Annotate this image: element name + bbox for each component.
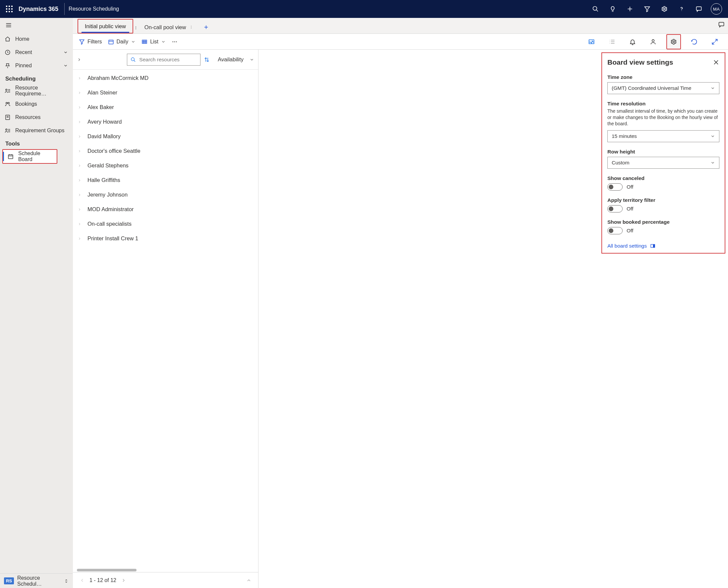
sidebar-item-label: Bookings: [15, 101, 37, 107]
person-icon: [650, 39, 657, 45]
settings-button[interactable]: [656, 0, 673, 18]
module-name[interactable]: Resource Scheduling: [69, 6, 119, 12]
resource-row[interactable]: On-call specialists: [73, 217, 258, 231]
show-canceled-toggle[interactable]: [607, 183, 623, 191]
resource-row[interactable]: Avery Howard: [73, 115, 258, 129]
time-resolution-field: Time resolution The smallest interval of…: [607, 101, 720, 142]
chevron-right-icon: [78, 105, 82, 109]
resource-row[interactable]: Alan Steiner: [73, 85, 258, 100]
sidebar-item-resources[interactable]: Resources: [0, 111, 72, 124]
svg-point-66: [652, 39, 655, 42]
pager-prev[interactable]: [77, 575, 87, 586]
sidebar-footer[interactable]: RS Resource Schedul…: [0, 573, 72, 588]
tab-menu-icon[interactable]: [134, 25, 138, 30]
app-launcher-button[interactable]: [0, 0, 19, 18]
svg-rect-17: [697, 7, 702, 10]
more-button[interactable]: [172, 39, 178, 45]
filter-button[interactable]: [639, 0, 656, 18]
sidebar-item-label: Schedule Board: [18, 150, 52, 163]
resource-row[interactable]: David Mallory: [73, 129, 258, 144]
chevron-right-icon: [78, 120, 82, 124]
list-dropdown[interactable]: List: [142, 39, 166, 45]
close-settings-button[interactable]: [713, 59, 720, 66]
svg-marker-48: [80, 40, 84, 44]
sidebar-item-requirement-groups[interactable]: Requirement Groups: [0, 124, 72, 137]
chevron-right-icon[interactable]: [77, 57, 82, 62]
sidebar-item-label: Pinned: [15, 63, 32, 69]
all-board-settings-link[interactable]: All board settings: [607, 243, 720, 249]
resource-row[interactable]: Alex Baker: [73, 100, 258, 115]
chevron-right-icon: [78, 178, 82, 182]
add-tab-button[interactable]: [200, 21, 212, 34]
sidebar-section-scheduling: Scheduling: [0, 72, 72, 84]
sidebar-item-label: Requirement Groups: [15, 128, 65, 133]
resource-name: Abraham McCormick MD: [87, 75, 148, 81]
panel-chat-button[interactable]: [718, 21, 725, 28]
resource-row[interactable]: Doctor's office Seattle: [73, 144, 258, 159]
sidebar-item-schedule-board[interactable]: Schedule Board: [3, 150, 57, 163]
tab-on-call-pool-view[interactable]: On-call pool view: [140, 21, 198, 34]
chevron-up-icon: [246, 578, 252, 583]
resource-row[interactable]: Gerald Stephens: [73, 159, 258, 173]
chat-button[interactable]: [690, 0, 707, 18]
time-resolution-select[interactable]: 15 minutes: [607, 130, 720, 142]
plus-icon: [627, 6, 633, 12]
expand-button[interactable]: [707, 34, 722, 49]
sidebar-item-home[interactable]: Home: [0, 33, 72, 46]
user-avatar[interactable]: MA: [711, 3, 722, 15]
pager-next[interactable]: [118, 575, 129, 586]
daily-dropdown[interactable]: Daily: [108, 39, 136, 45]
search-resources-input[interactable]: [127, 54, 200, 66]
resource-row[interactable]: Jeremy Johnson: [73, 188, 258, 202]
svg-line-10: [596, 10, 598, 12]
svg-point-43: [191, 27, 192, 27]
sidebar-item-label: Resource Requireme…: [15, 85, 68, 97]
alerts-button[interactable]: [625, 34, 640, 49]
list-view-button[interactable]: [605, 34, 619, 49]
clock-icon: [5, 49, 10, 55]
daily-label: Daily: [116, 39, 129, 45]
row-height-select[interactable]: Custom: [607, 157, 720, 169]
resource-row[interactable]: Printer Install Crew 1: [73, 231, 258, 246]
timezone-select[interactable]: (GMT) Coordinated Universal Time: [607, 82, 720, 94]
hscrollbar-thumb[interactable]: [77, 569, 136, 571]
refresh-icon: [691, 39, 698, 45]
board-settings-button[interactable]: [666, 34, 681, 49]
hscrollbar[interactable]: [73, 568, 258, 572]
territory-filter-field: Apply territory filter Off: [607, 197, 720, 212]
resource-row[interactable]: MOD Administrator: [73, 202, 258, 217]
lightbulb-button[interactable]: [604, 0, 621, 18]
refresh-button[interactable]: [687, 34, 702, 49]
sidebar-item-bookings[interactable]: Bookings: [0, 98, 72, 111]
bookings-icon: [5, 101, 10, 107]
add-button[interactable]: [621, 0, 639, 18]
svg-rect-1: [8, 6, 10, 7]
map-view-button[interactable]: [584, 34, 599, 49]
resource-row[interactable]: Abraham McCormick MD: [73, 71, 258, 85]
territory-filter-toggle[interactable]: [607, 205, 623, 212]
sidebar-item-requirements[interactable]: Resource Requireme…: [0, 84, 72, 98]
sidebar-item-pinned[interactable]: Pinned: [0, 59, 72, 72]
timezone-label: Time zone: [607, 74, 720, 80]
booked-percentage-toggle[interactable]: [607, 227, 623, 234]
open-panel-icon: [650, 243, 656, 249]
sidebar-item-recent[interactable]: Recent: [0, 46, 72, 59]
sort-dropdown[interactable]: Availability: [218, 56, 254, 63]
collapse-footer-button[interactable]: [243, 575, 254, 586]
brand-name[interactable]: Dynamics 365: [19, 6, 58, 13]
people-button[interactable]: [646, 34, 660, 49]
svg-rect-3: [6, 8, 7, 9]
search-button[interactable]: [587, 0, 604, 18]
board-canvas[interactable]: Board view settings Time zone (GMT) Coor…: [258, 50, 728, 588]
sidebar-toggle[interactable]: [0, 18, 72, 33]
resource-row[interactable]: Halle Griffiths: [73, 173, 258, 188]
resource-list[interactable]: Abraham McCormick MDAlan SteinerAlex Bak…: [73, 70, 258, 568]
sort-swap-icon[interactable]: [204, 57, 210, 63]
tab-menu-icon[interactable]: [189, 25, 193, 29]
svg-rect-47: [719, 22, 724, 26]
filters-button[interactable]: Filters: [79, 39, 102, 45]
search-resources-field[interactable]: [139, 57, 192, 63]
help-button[interactable]: [673, 0, 690, 18]
tab-initial-public-view[interactable]: Initial public view: [80, 20, 131, 33]
content-area: Initial public view On-call pool view Fi…: [73, 18, 728, 588]
